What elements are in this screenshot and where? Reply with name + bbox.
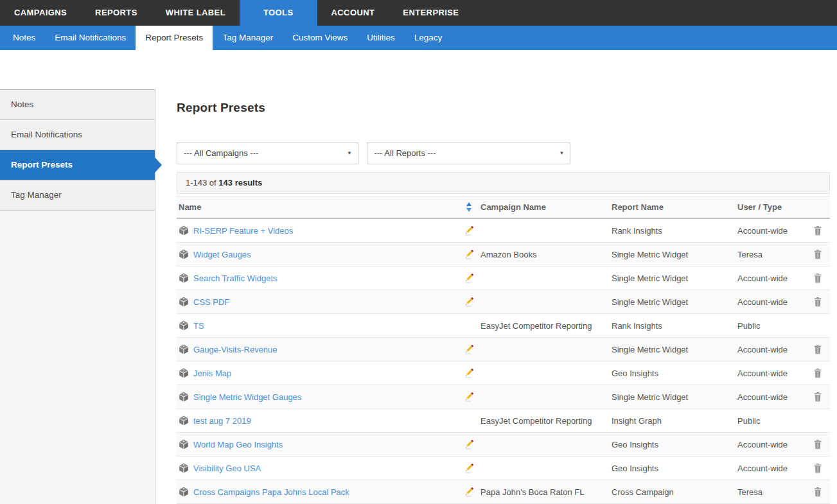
sidebar-item-tag-manager[interactable]: Tag Manager — [0, 180, 155, 211]
sub-nav-tag-manager[interactable]: Tag Manager — [213, 26, 283, 50]
sort-descending-icon[interactable] — [466, 208, 471, 212]
cube-icon — [179, 273, 189, 283]
cube-icon — [179, 344, 189, 354]
pencil-icon[interactable] — [464, 392, 474, 402]
preset-name-link[interactable]: Gauge-Visits-Revenue — [193, 345, 278, 354]
trash-icon[interactable] — [813, 439, 823, 449]
user-type-cell: Account-wide — [737, 440, 806, 449]
top-nav-account[interactable]: ACCOUNT — [317, 0, 389, 26]
trash-icon[interactable] — [813, 392, 823, 402]
sidebar: NotesEmail NotificationsReport PresetsTa… — [0, 89, 155, 504]
sidebar-item-email-notifications[interactable]: Email Notifications — [0, 120, 155, 150]
column-header-campaign[interactable]: Campaign Name — [480, 202, 612, 212]
pencil-icon[interactable] — [464, 225, 474, 236]
sub-nav-email-notifications[interactable]: Email Notifications — [45, 26, 136, 50]
preset-name-cell: RI-SERP Feature + Videos — [177, 225, 457, 236]
column-header-name[interactable]: Name — [177, 202, 457, 212]
sidebar-item-notes[interactable]: Notes — [0, 90, 155, 120]
trash-icon[interactable] — [813, 344, 823, 354]
top-nav-campaigns[interactable]: CAMPAIGNS — [0, 0, 81, 26]
preset-name-link[interactable]: World Map Geo Insights — [193, 440, 283, 449]
reports-filter-select[interactable]: --- All Reports --- ▼ — [367, 143, 570, 164]
sub-nav-report-presets[interactable]: Report Presets — [136, 26, 213, 50]
trash-icon[interactable] — [813, 368, 823, 378]
pencil-icon[interactable] — [464, 439, 474, 449]
sidebar-item-report-presets[interactable]: Report Presets — [0, 150, 155, 180]
pencil-icon[interactable] — [464, 463, 474, 473]
edit-cell — [457, 249, 480, 259]
preset-name-cell: Jenis Map — [177, 368, 457, 378]
cube-icon — [179, 320, 189, 331]
sub-nav-utilities[interactable]: Utilities — [357, 26, 405, 50]
preset-name-cell: TS — [177, 320, 457, 331]
campaigns-filter-select[interactable]: --- All Campaigns --- ▼ — [177, 143, 358, 164]
presets-table: Name Campaign Name Report Name User / Ty… — [177, 196, 830, 504]
table-row: test aug 7 2019EasyJet Competitor Report… — [177, 409, 830, 433]
sub-nav-legacy[interactable]: Legacy — [405, 26, 452, 50]
table-row: Cross Campaigns Papa Johns Local PackPap… — [177, 480, 830, 504]
results-range: 1-143 of — [186, 178, 218, 187]
pencil-icon[interactable] — [464, 344, 474, 354]
sub-nav-custom-views[interactable]: Custom Views — [283, 26, 357, 50]
pencil-icon[interactable] — [464, 297, 474, 307]
delete-cell — [806, 439, 830, 449]
table-row: Gauge-Visits-RevenueSingle Metric Widget… — [177, 338, 830, 361]
top-nav-tools[interactable]: TOOLS — [240, 0, 317, 26]
preset-name-link[interactable]: Single Metric Widget Gauges — [193, 392, 301, 402]
preset-name-link[interactable]: Search Traffic Widgets — [193, 274, 278, 283]
pencil-icon[interactable] — [464, 368, 474, 378]
column-header-user[interactable]: User / Type — [737, 202, 806, 212]
trash-icon[interactable] — [813, 249, 823, 259]
trash-icon[interactable] — [813, 297, 823, 307]
cube-icon — [179, 392, 189, 402]
preset-name-link[interactable]: Cross Campaigns Papa Johns Local Pack — [193, 487, 349, 497]
edit-cell — [457, 344, 480, 354]
page-title: Report Presets — [177, 101, 265, 115]
pencil-icon[interactable] — [464, 249, 474, 259]
sub-nav-notes[interactable]: Notes — [3, 26, 45, 50]
trash-icon[interactable] — [813, 273, 823, 283]
delete-cell — [806, 273, 830, 283]
preset-name-link[interactable]: Jenis Map — [193, 369, 231, 378]
user-type-cell: Public — [737, 321, 806, 331]
user-type-cell: Teresa — [737, 487, 806, 497]
top-nav-reports[interactable]: REPORTS — [81, 0, 152, 26]
trash-icon[interactable] — [813, 463, 823, 473]
sort-ascending-icon[interactable] — [466, 202, 471, 206]
delete-cell — [806, 297, 830, 307]
cube-icon — [179, 463, 189, 473]
preset-name-link[interactable]: test aug 7 2019 — [193, 416, 251, 426]
preset-name-cell: Cross Campaigns Papa Johns Local Pack — [177, 487, 457, 497]
column-header-report[interactable]: Report Name — [612, 202, 737, 212]
preset-name-cell: Gauge-Visits-Revenue — [177, 344, 457, 354]
preset-name-link[interactable]: TS — [193, 321, 204, 331]
trash-icon[interactable] — [813, 487, 823, 497]
secondary-nav: NotesEmail NotificationsReport PresetsTa… — [0, 26, 837, 50]
report-name-cell: Single Metric Widget — [612, 274, 737, 283]
pencil-icon[interactable] — [464, 487, 474, 497]
sort-arrows-icon[interactable] — [466, 202, 471, 212]
pencil-icon[interactable] — [464, 273, 474, 283]
report-name-cell: Geo Insights — [612, 440, 737, 449]
preset-name-cell: Single Metric Widget Gauges — [177, 392, 457, 402]
edit-cell — [457, 487, 480, 497]
preset-name-cell: Visibility Geo USA — [177, 463, 457, 473]
edit-cell — [457, 273, 480, 283]
table-row: World Map Geo InsightsGeo InsightsAccoun… — [177, 433, 830, 456]
cube-icon — [179, 225, 189, 236]
preset-name-link[interactable]: CSS PDF — [193, 297, 229, 307]
preset-name-cell: Widget Gauges — [177, 249, 457, 259]
campaign-name-cell: Papa John's Boca Raton FL — [480, 487, 612, 497]
filter-bar: --- All Campaigns --- ▼ --- All Reports … — [177, 143, 570, 164]
table-header-row: Name Campaign Name Report Name User / Ty… — [177, 196, 830, 219]
trash-icon[interactable] — [813, 225, 823, 236]
campaign-name-cell: EasyJet Competitor Reporting — [480, 321, 612, 331]
delete-cell — [806, 344, 830, 354]
preset-name-link[interactable]: Widget Gauges — [193, 250, 251, 259]
table-row: Jenis MapGeo InsightsAccount-wide — [177, 361, 830, 385]
top-nav-enterprise[interactable]: ENTERPRISE — [389, 0, 473, 26]
preset-name-link[interactable]: RI-SERP Feature + Videos — [193, 226, 293, 236]
top-nav-white-label[interactable]: WHITE LABEL — [152, 0, 240, 26]
report-name-cell: Geo Insights — [612, 464, 737, 473]
preset-name-link[interactable]: Visibility Geo USA — [193, 464, 261, 473]
